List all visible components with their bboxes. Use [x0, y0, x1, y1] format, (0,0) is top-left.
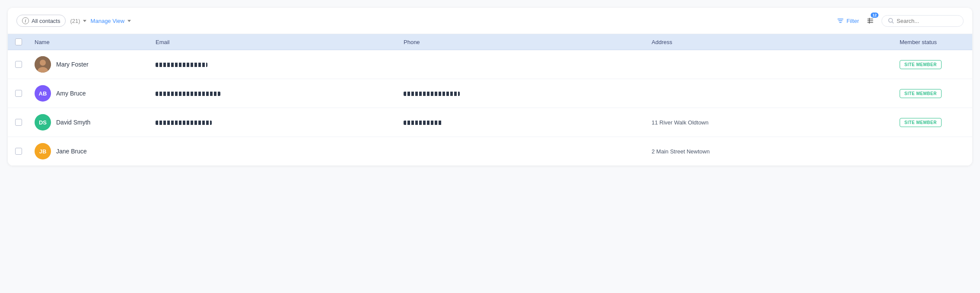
search-input[interactable]	[897, 18, 957, 24]
member-status-cell: SITE MEMBER	[894, 60, 972, 69]
row-checkbox[interactable]	[15, 90, 22, 97]
member-status-cell: SITE MEMBER	[894, 118, 972, 127]
email-cell	[150, 90, 398, 97]
contact-name: David Smyth	[56, 119, 90, 126]
row-checkbox[interactable]	[15, 119, 22, 126]
toolbar: i All contacts (21) Manage View Filter 1…	[8, 8, 972, 34]
phone-blurred	[404, 92, 460, 96]
member-status-cell: SITE MEMBER	[894, 89, 972, 98]
columns-button[interactable]: 12	[863, 14, 877, 28]
filter-label: Filter	[846, 18, 859, 24]
select-all-checkbox[interactable]	[15, 38, 22, 45]
header-member-status: Member status	[894, 38, 972, 45]
columns-icon	[866, 17, 874, 25]
member-status-badge: SITE MEMBER	[900, 60, 942, 69]
name-cell: Mary Foster	[29, 56, 150, 73]
name-cell: JBJane Bruce	[29, 143, 150, 159]
name-cell: ABAmy Bruce	[29, 85, 150, 102]
table-header: Name Email Phone Address Member status	[8, 34, 972, 50]
name-cell: DSDavid Smyth	[29, 114, 150, 131]
header-phone: Phone	[398, 38, 646, 45]
contact-count: (21)	[70, 18, 86, 24]
header-email: Email	[150, 38, 398, 45]
member-status-badge: SITE MEMBER	[900, 118, 942, 127]
email-cell	[150, 61, 398, 68]
address-cell: 2 Main Street Newtown	[646, 148, 894, 155]
email-cell	[150, 119, 398, 126]
filter-icon	[837, 17, 844, 24]
table-row: Mary FosterSITE MEMBER	[8, 50, 972, 79]
header-name: Name	[29, 38, 150, 45]
all-contacts-label: All contacts	[32, 18, 60, 24]
all-contacts-pill[interactable]: i All contacts	[16, 15, 66, 27]
table-body: Mary FosterSITE MEMBERABAmy BruceSITE ME…	[8, 50, 972, 166]
search-icon	[888, 18, 894, 24]
row-checkbox-cell[interactable]	[8, 61, 29, 68]
row-checkbox[interactable]	[15, 148, 22, 155]
header-address: Address	[646, 38, 894, 45]
chevron-down-icon	[127, 20, 131, 22]
avatar-initials[interactable]: DS	[35, 114, 51, 131]
avatar-initials[interactable]: JB	[35, 143, 51, 159]
avatar-initials[interactable]: AB	[35, 85, 51, 102]
search-box[interactable]	[881, 15, 964, 27]
email-blurred	[156, 63, 207, 67]
chevron-down-icon[interactable]	[83, 20, 86, 22]
svg-point-4	[40, 60, 45, 65]
email-blurred	[156, 121, 212, 125]
columns-badge: 12	[871, 13, 878, 18]
address-cell: 11 River Walk Oldtown	[646, 119, 894, 126]
row-checkbox-cell[interactable]	[8, 148, 29, 155]
filter-button[interactable]: Filter	[837, 17, 859, 24]
contact-name: Jane Bruce	[56, 148, 87, 155]
phone-blurred	[404, 121, 442, 125]
table-row: JBJane Bruce2 Main Street Newtown	[8, 137, 972, 166]
row-checkbox-cell[interactable]	[8, 90, 29, 97]
contacts-table-container: i All contacts (21) Manage View Filter 1…	[8, 8, 972, 166]
email-blurred	[156, 92, 220, 96]
phone-cell	[398, 119, 646, 126]
header-checkbox-cell[interactable]	[8, 38, 29, 45]
row-checkbox-cell[interactable]	[8, 119, 29, 126]
contact-name: Mary Foster	[56, 61, 89, 68]
manage-view-label: Manage View	[91, 18, 125, 24]
row-checkbox[interactable]	[15, 61, 22, 68]
table-row: DSDavid Smyth11 River Walk OldtownSITE M…	[8, 108, 972, 137]
count-value: (21)	[70, 18, 80, 24]
avatar[interactable]	[35, 56, 51, 73]
table-row: ABAmy BruceSITE MEMBER	[8, 79, 972, 108]
member-status-badge: SITE MEMBER	[900, 89, 942, 98]
phone-cell	[398, 90, 646, 97]
info-icon: i	[22, 17, 29, 24]
contact-name: Amy Bruce	[56, 90, 86, 97]
manage-view-button[interactable]: Manage View	[91, 18, 131, 24]
